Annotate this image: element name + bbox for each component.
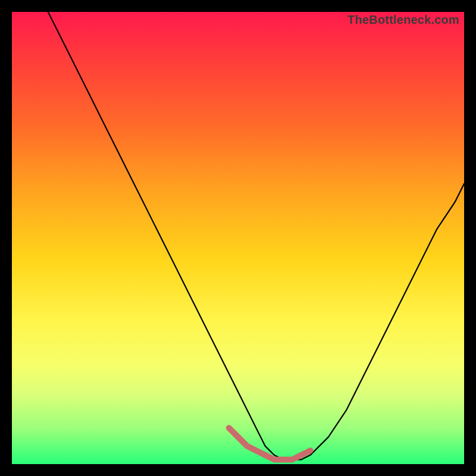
optimal-region-path — [229, 428, 311, 459]
chart-frame: TheBottleneck.com — [0, 0, 476, 476]
plot-area: TheBottleneck.com — [12, 12, 464, 464]
bottleneck-curve-path — [48, 12, 464, 459]
chart-svg — [12, 12, 464, 464]
